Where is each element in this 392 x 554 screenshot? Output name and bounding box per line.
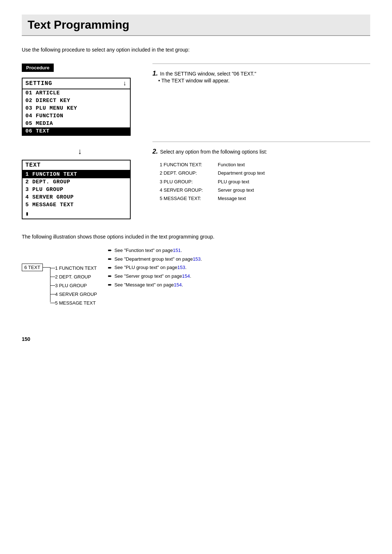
tree-ref-arrow-5: ➨ [108, 281, 112, 289]
tree-ref-text-3: See "PLU group text" on page [114, 264, 177, 272]
left-column-step1: Procedure SETTING ↓ 01 ARTICLE 02 DIRECT… [22, 64, 138, 227]
setting-row-5: 05 MEDIA [23, 120, 130, 127]
tree-ref-link-2[interactable]: 153 [193, 255, 201, 263]
tree-branch-4: 4 SERVER GROUP [50, 290, 97, 298]
setting-screen-header: SETTING ↓ [23, 78, 130, 89]
tree-root: 6 TEXT [22, 264, 43, 271]
option-key-4: 4 SERVER GROUP: [160, 186, 214, 194]
option-row-3: 3 PLU GROUP: PLU group text [160, 178, 370, 186]
option-row-2: 2 DEPT. GROUP: Department group text [160, 169, 370, 177]
step-1: 1. In the SETTING window, select "06 TEX… [152, 70, 370, 83]
tree-section: The following illustration shows those o… [22, 234, 370, 307]
setting-row-2: 02 DIRECT KEY [23, 97, 130, 105]
tree-ref-4: ➨ See "Server group text" on page 154 . [108, 272, 202, 281]
tree-ref-link-1[interactable]: 151 [173, 247, 181, 254]
step-2-instruction: Select any option from the following opt… [160, 148, 267, 156]
setting-arrow: ↓ [123, 80, 127, 87]
tree-intro: The following illustration shows those o… [22, 234, 370, 240]
tree-diagram: 6 TEXT 1 FUNCTION TEXT 2 DEPT. GROUP [22, 245, 370, 307]
text-row-5: 5 MESSAGE TEXT [23, 201, 130, 209]
option-row-4: 4 SERVER GROUP: Server group text [160, 186, 370, 194]
option-val-5: Message text [218, 194, 246, 203]
tree-branch-3: 3 PLU GROUP [50, 281, 97, 290]
text-row-4: 4 SERVER GROUP [23, 194, 130, 201]
option-key-1: 1 FUNCTION TEXT: [160, 160, 214, 169]
right-column-steps: 1. In the SETTING window, select "06 TEX… [152, 64, 370, 227]
step-1-instruction: In the SETTING window, select "06 TEXT." [160, 70, 256, 78]
tree-ref-arrow-3: ➨ [108, 264, 112, 272]
text-row-1: 1 FUNCTION TEXT [23, 171, 130, 178]
tree-ref-2: ➨ See "Department group text" on page 15… [108, 255, 202, 264]
tree-ref-suffix-1: . [181, 247, 182, 254]
tree-branch-2: 2 DEPT. GROUP [50, 272, 97, 281]
tree-ref-text-5: See "Message text" on page [114, 281, 174, 289]
procedure-badge: Procedure [22, 64, 54, 72]
tree-ref-suffix-4: . [190, 272, 191, 280]
tree-ref-suffix-3: . [185, 264, 187, 272]
option-val-4: Server group text [218, 186, 254, 194]
text-row-3: 3 PLU GROUP [23, 186, 130, 194]
tree-ref-suffix-2: . [201, 255, 202, 263]
tree-ref-link-4[interactable]: 154 [182, 272, 190, 280]
tree-branch-1: 1 FUNCTION TEXT [50, 264, 97, 272]
setting-row-6: 06 TEXT [23, 127, 130, 135]
option-row-5: 5 MESSAGE TEXT: Message text [160, 194, 370, 203]
tree-ref-arrow-2: ➨ [108, 255, 112, 264]
option-val-2: Department group text [218, 169, 265, 177]
tree-ref-text-1: See "Function text" on page [114, 247, 173, 254]
step-2-number: 2. [152, 148, 158, 155]
option-row-1: 1 FUNCTION TEXT: Function text [160, 160, 370, 169]
tree-ref-arrow-4: ➨ [108, 272, 112, 281]
step-1-number: 1. [152, 70, 158, 77]
options-list: 1 FUNCTION TEXT: Function text 2 DEPT. G… [160, 160, 370, 203]
text-row-2: 2 DEPT. GROUP [23, 178, 130, 186]
text-screen-header: TEXT [23, 160, 130, 171]
text-row-cursor: ▮ [23, 209, 130, 219]
tree-branch-5: 5 MESSAGE TEXT [50, 298, 97, 307]
tree-references: ➨ See "Function text" on page 151 . ➨ Se… [108, 246, 202, 289]
intro-text: Use the following procedure to select an… [22, 47, 370, 53]
setting-row-1: 01 ARTICLE [23, 89, 130, 97]
step-1-bullet: The TEXT window will appear. [158, 78, 370, 83]
setting-title: SETTING [25, 80, 52, 87]
text-screen: TEXT 1 FUNCTION TEXT 2 DEPT. GROUP 3 PLU… [22, 160, 131, 219]
tree-ref-text-2: See "Department group text" on page [114, 255, 193, 263]
step-2: 2. Select any option from the following … [152, 148, 370, 203]
text-title: TEXT [25, 162, 41, 168]
setting-screen: SETTING ↓ 01 ARTICLE 02 DIRECT KEY 03 PL… [22, 78, 131, 136]
setting-row-4: 04 FUNCTION [23, 112, 130, 120]
tree-ref-suffix-5: . [182, 281, 183, 289]
tree-ref-link-5[interactable]: 154 [174, 281, 182, 289]
setting-row-3: 03 PLU MENU KEY [23, 105, 130, 112]
option-val-3: PLU group text [218, 178, 249, 186]
tree-ref-link-3[interactable]: 153 [177, 264, 185, 272]
step-1-bullets: The TEXT window will appear. [158, 78, 370, 83]
tree-left: 6 TEXT 1 FUNCTION TEXT 2 DEPT. GROUP [22, 246, 97, 307]
option-val-1: Function text [218, 160, 245, 169]
tree-ref-1: ➨ See "Function text" on page 151 . [108, 246, 202, 255]
tree-ref-3: ➨ See "PLU group text" on page 153 . [108, 264, 202, 272]
arrow-down-indicator: ↓ [22, 143, 138, 160]
tree-ref-arrow-1: ➨ [108, 246, 112, 255]
option-key-2: 2 DEPT. GROUP: [160, 169, 214, 177]
page-number: 150 [22, 336, 370, 342]
option-key-5: 5 MESSAGE TEXT: [160, 194, 214, 203]
tree-ref-text-4: See "Server group text" on page [114, 272, 182, 280]
page-title: Text Programming [22, 15, 370, 36]
option-key-3: 3 PLU GROUP: [160, 178, 214, 186]
tree-ref-5: ➨ See "Message text" on page 154 . [108, 281, 202, 289]
